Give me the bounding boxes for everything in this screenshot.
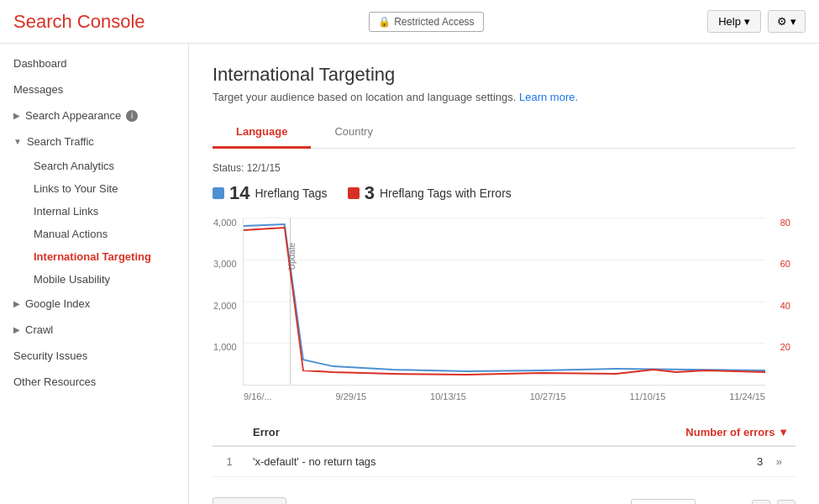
- settings-button[interactable]: ⚙ ▾: [768, 10, 806, 33]
- row-count: 3 »: [543, 446, 795, 477]
- sidebar-label-links-to-site: Links to Your Site: [34, 182, 118, 195]
- page-subtitle: Target your audience based on location a…: [213, 91, 795, 103]
- main-content: International Targeting Target your audi…: [189, 44, 819, 504]
- tab-language[interactable]: Language: [213, 117, 311, 149]
- table-row: 1 'x-default' - no return tags 3 »: [213, 446, 795, 477]
- sidebar-label-search-appearance: Search Appearance: [25, 109, 121, 122]
- y-label-right-20: 20: [780, 342, 790, 352]
- download-button[interactable]: Download: [213, 497, 286, 504]
- gear-icon: ⚙: [777, 15, 787, 28]
- page-title: International Targeting: [213, 64, 795, 86]
- y-label-1000: 1,000: [213, 342, 237, 352]
- header-right: Help ▾ ⚙ ▾: [707, 10, 806, 33]
- sidebar-label-other-resources: Other Resources: [13, 375, 96, 388]
- restricted-badge: 🔒 Restricted Access: [369, 12, 483, 32]
- legend-hreflang-errors: 3 Hreflang Tags with Errors: [348, 182, 512, 204]
- hreflang-errors-count: 3: [365, 182, 375, 204]
- sidebar-label-messages: Messages: [13, 83, 63, 96]
- sidebar-item-crawl[interactable]: ▶ Crawl: [0, 317, 188, 343]
- help-button[interactable]: Help ▾: [707, 10, 761, 33]
- sidebar-label-crawl: Crawl: [25, 323, 53, 336]
- hreflang-errors-label: Hreflang Tags with Errors: [380, 186, 512, 200]
- arrow-right-icon: ▶: [13, 111, 20, 120]
- hreflang-label: Hreflang Tags: [255, 186, 327, 200]
- tab-country-label: Country: [334, 125, 373, 138]
- sidebar-item-internal-links[interactable]: Internal Links: [27, 200, 188, 223]
- blue-line: [244, 224, 765, 371]
- tab-country[interactable]: Country: [311, 117, 396, 149]
- sidebar-label-internal-links: Internal Links: [34, 205, 98, 218]
- hreflang-errors-dot: [348, 187, 360, 199]
- pagination: Show 10 rows 25 rows 50 rows 1 - 1 of 1 …: [596, 499, 795, 505]
- subtitle-text: Target your audience based on location a…: [213, 91, 519, 103]
- sidebar-label-google-index: Google Index: [25, 297, 90, 310]
- prev-page-button[interactable]: ‹: [752, 500, 770, 505]
- sidebar-label-international-targeting: International Targeting: [34, 250, 151, 263]
- x-label-5: 11/10/15: [629, 391, 665, 402]
- y-label-right-40: 40: [780, 301, 790, 311]
- x-label-3: 10/13/15: [430, 391, 466, 402]
- sidebar-item-manual-actions[interactable]: Manual Actions: [27, 223, 188, 245]
- hreflang-count: 14: [229, 182, 249, 204]
- sidebar-item-search-appearance[interactable]: ▶ Search Appearance i: [0, 102, 188, 129]
- chart-area: 4,000 3,000 2,000 1,000 80 60 40 20 Upda…: [243, 218, 765, 386]
- restricted-label: Restricted Access: [394, 16, 474, 28]
- help-label: Help: [718, 15, 741, 28]
- col-num: [213, 419, 246, 446]
- table-header-row: Error Number of errors ▼: [213, 419, 795, 446]
- red-line: [244, 228, 765, 375]
- sidebar-label-dashboard: Dashboard: [13, 57, 67, 70]
- search-traffic-submenu: Search Analytics Links to Your Site Inte…: [0, 155, 188, 291]
- chart-svg: [244, 218, 765, 385]
- sidebar: Dashboard Messages ▶ Search Appearance i…: [0, 44, 189, 504]
- sidebar-item-google-index[interactable]: ▶ Google Index: [0, 291, 188, 317]
- sidebar-label-mobile-usability: Mobile Usability: [34, 273, 110, 286]
- app-header: Search Console 🔒 Restricted Access Help …: [0, 0, 819, 44]
- arrow-right-icon3: ▶: [13, 325, 20, 334]
- sidebar-item-dashboard[interactable]: Dashboard: [0, 50, 188, 76]
- arrow-right-icon2: ▶: [13, 299, 20, 308]
- sidebar-item-security-issues[interactable]: Security Issues: [0, 343, 188, 369]
- sidebar-label-search-analytics: Search Analytics: [34, 160, 114, 172]
- sidebar-item-mobile-usability[interactable]: Mobile Usability: [27, 268, 188, 291]
- sidebar-item-international-targeting[interactable]: International Targeting: [27, 245, 188, 268]
- sidebar-item-links-to-site[interactable]: Links to Your Site: [27, 177, 188, 200]
- next-page-button[interactable]: ›: [777, 500, 795, 505]
- arrow-down-icon: ▼: [13, 137, 22, 146]
- row-error: 'x-default' - no return tags: [246, 446, 543, 477]
- chart-container: 4,000 3,000 2,000 1,000 80 60 40 20 Upda…: [243, 218, 765, 386]
- rows-per-page-select[interactable]: 10 rows 25 rows 50 rows: [631, 499, 696, 505]
- lock-icon: 🔒: [378, 16, 391, 28]
- y-label-4000: 4,000: [213, 218, 237, 228]
- x-labels: 9/16/... 9/29/15 10/13/15 10/27/15 11/10…: [244, 391, 765, 402]
- y-labels-right: 80 60 40 20: [780, 218, 790, 385]
- learn-more-link[interactable]: Learn more.: [519, 91, 578, 103]
- hreflang-dot: [213, 187, 224, 199]
- header-center: 🔒 Restricted Access: [369, 12, 483, 32]
- status-text: Status: 12/1/15: [213, 162, 281, 174]
- x-label-1: 9/16/...: [244, 391, 272, 402]
- chart-legend: 14 Hreflang Tags 3 Hreflang Tags with Er…: [213, 182, 795, 204]
- sidebar-label-manual-actions: Manual Actions: [34, 228, 108, 240]
- row-num: 1: [213, 446, 246, 477]
- table-footer: Download Show 10 rows 25 rows 50 rows 1 …: [213, 491, 795, 504]
- sidebar-item-messages[interactable]: Messages: [0, 76, 188, 102]
- col-count[interactable]: Number of errors ▼: [543, 419, 795, 446]
- table-header: Error Number of errors ▼: [213, 419, 795, 446]
- sidebar-label-search-traffic: Search Traffic: [27, 135, 94, 148]
- sidebar-item-search-analytics[interactable]: Search Analytics: [27, 155, 188, 177]
- sidebar-item-search-traffic[interactable]: ▼ Search Traffic: [0, 129, 188, 155]
- y-label-2000: 2,000: [213, 301, 237, 311]
- sidebar-label-security-issues: Security Issues: [13, 349, 87, 362]
- app-title: Search Console: [13, 11, 145, 33]
- y-label-3000: 3,000: [213, 259, 237, 269]
- sidebar-item-other-resources[interactable]: Other Resources: [0, 369, 188, 395]
- col-error: Error: [246, 419, 543, 446]
- goto-icon[interactable]: »: [776, 455, 782, 468]
- tab-language-label: Language: [236, 125, 287, 138]
- tab-bar: Language Country: [213, 117, 795, 149]
- info-icon[interactable]: i: [126, 110, 138, 122]
- settings-chevron-icon: ▾: [790, 15, 796, 28]
- y-label-right-80: 80: [780, 218, 790, 228]
- y-labels-left: 4,000 3,000 2,000 1,000: [213, 218, 237, 385]
